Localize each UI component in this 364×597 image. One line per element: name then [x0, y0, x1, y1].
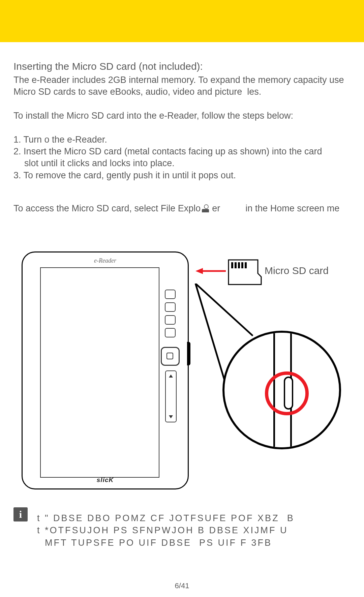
svg-rect-6 [241, 262, 243, 268]
access-text-mid: er [212, 203, 220, 213]
step-1: 1. Turn o the e-Reader. [13, 134, 364, 146]
file-explorer-icon [201, 204, 210, 213]
access-text-before: To access the Micro SD card, select File… [13, 203, 201, 213]
svg-point-0 [204, 205, 208, 209]
note-lines: t " DBSE DBO POMZ CF JOTFSUFE POF XBZ B … [37, 512, 295, 549]
note-line-1: t " DBSE DBO POMZ CF JOTFSUFE POF XBZ B [37, 513, 295, 523]
step-3: 3. To remove the card, gently push it in… [13, 170, 364, 181]
svg-rect-3 [231, 262, 233, 268]
step-number: 3. [13, 170, 21, 180]
access-text-after: in the Home screen me [245, 203, 339, 213]
intro-paragraph: The e-Reader includes 2GB internal memor… [13, 74, 364, 98]
side-button-icon [165, 328, 176, 337]
header-bar [0, 0, 364, 42]
note-line-2: t *OTFSUJOH PS SFNPWJOH B DBSE XIJMF U [37, 525, 288, 535]
ereader-device-outline: e-Reader slicK [22, 251, 189, 489]
content-area: Inserting the Micro SD card (not include… [0, 42, 364, 491]
device-top-label: e-Reader [23, 257, 188, 264]
side-button-icon [165, 290, 176, 299]
svg-rect-7 [245, 262, 247, 268]
step-number: 2. [13, 146, 21, 156]
device-brand-label: slicK [23, 476, 188, 484]
step-text: Insert the Micro SD card (metal contacts… [24, 146, 322, 156]
page: Inserting the Micro SD card (not include… [0, 0, 364, 597]
info-icon: i [13, 507, 28, 521]
card-slot-edge-icon [187, 342, 190, 365]
page-number: 6/41 [0, 581, 364, 590]
section-heading: Inserting the Micro SD card (not include… [13, 61, 364, 72]
side-button-icon [165, 315, 176, 325]
access-paragraph: To access the Micro SD card, select File… [13, 203, 364, 214]
install-intro: To install the Micro SD card into the e-… [13, 110, 364, 122]
callout-zoom-circle [222, 331, 341, 449]
steps-list: 1. Turn o the e-Reader. 2. Insert the Mi… [13, 134, 364, 181]
diagram: e-Reader slicK [13, 251, 364, 491]
highlight-ring-icon [265, 371, 309, 415]
micro-sd-card-icon [226, 258, 263, 287]
device-screen [40, 267, 159, 478]
step-text: To remove the card, gently push it in un… [24, 170, 236, 180]
step-2: 2. Insert the Micro SD card (metal conta… [13, 146, 364, 169]
svg-rect-4 [235, 262, 237, 268]
step-number: 1. [13, 135, 21, 145]
svg-marker-2 [195, 268, 203, 274]
step-text: Turn o the e-Reader. [24, 135, 107, 145]
svg-rect-5 [238, 262, 240, 268]
sd-card-label: Micro SD card [265, 265, 329, 276]
page-rocker-icon [165, 370, 177, 422]
step-text-cont: slot until it clicks and locks into plac… [13, 157, 364, 169]
side-button-icon [165, 302, 176, 312]
insert-arrow-icon [195, 267, 226, 275]
note-line-3: MFT TUPSFE PO UIF DBSE PS UIF F 3FB [37, 538, 272, 548]
home-button-icon [161, 347, 180, 366]
